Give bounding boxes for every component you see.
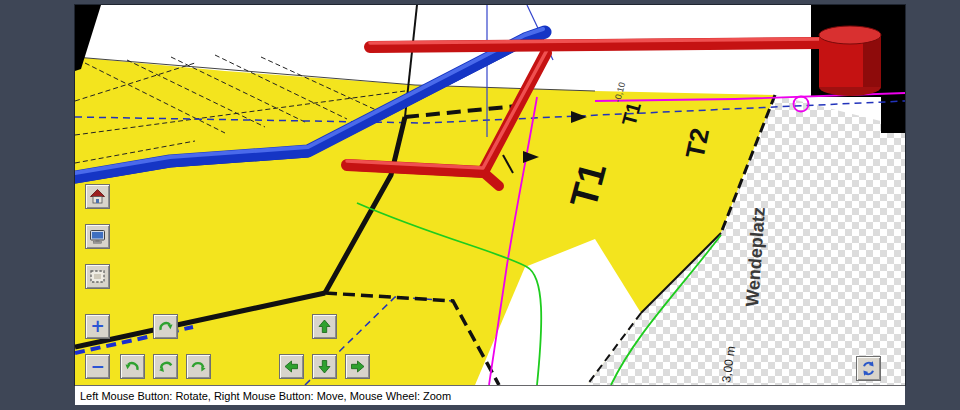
fit-screen-button[interactable] bbox=[85, 224, 110, 249]
red-cylinder bbox=[819, 26, 881, 96]
pan-right-button[interactable] bbox=[345, 354, 370, 379]
rotate-up-button[interactable] bbox=[153, 314, 178, 339]
monitor-icon bbox=[89, 228, 106, 245]
zoom-window-button[interactable] bbox=[85, 264, 110, 289]
rotate-cw-icon bbox=[157, 318, 174, 335]
selection-rect-icon bbox=[89, 268, 106, 285]
rotate-ccw-icon bbox=[124, 358, 141, 375]
pan-down-button[interactable] bbox=[312, 354, 337, 379]
home-button[interactable] bbox=[85, 184, 110, 209]
rotate-ccw-button[interactable] bbox=[153, 354, 178, 379]
arrow-left-icon bbox=[283, 358, 300, 375]
rotate-ccw-icon bbox=[157, 358, 174, 375]
status-bar: Left Mouse Button: Rotate, Right Mouse B… bbox=[75, 385, 905, 405]
arrow-right-icon bbox=[349, 358, 366, 375]
zoom-in-button[interactable]: + bbox=[85, 314, 110, 339]
pan-left-button[interactable] bbox=[279, 354, 304, 379]
plus-icon: + bbox=[90, 318, 104, 335]
refresh-button[interactable] bbox=[856, 356, 881, 381]
minus-icon: − bbox=[90, 358, 104, 375]
application-window: { "app": { "type": "3d-utility-map-viewe… bbox=[0, 0, 960, 410]
map-plane bbox=[75, 57, 905, 385]
map-label-t2: T2 bbox=[680, 125, 716, 161]
pan-up-button[interactable] bbox=[312, 314, 337, 339]
rotate-cw-icon bbox=[190, 358, 207, 375]
refresh-icon bbox=[860, 360, 877, 377]
rotate-cw-button[interactable] bbox=[186, 354, 211, 379]
rotate-left-button[interactable] bbox=[120, 354, 145, 379]
arrow-down-icon bbox=[316, 358, 333, 375]
home-icon bbox=[89, 188, 106, 205]
viewport-3d[interactable]: T1 T1 T2 Wendeplatz 3,00 m -0,10 bbox=[75, 5, 905, 385]
scene-svg: T1 T1 T2 Wendeplatz 3,00 m -0,10 bbox=[75, 5, 905, 385]
arrow-up-icon bbox=[316, 318, 333, 335]
zoom-out-button[interactable]: − bbox=[85, 354, 110, 379]
status-bar-text: Left Mouse Button: Rotate, Right Mouse B… bbox=[80, 390, 451, 402]
